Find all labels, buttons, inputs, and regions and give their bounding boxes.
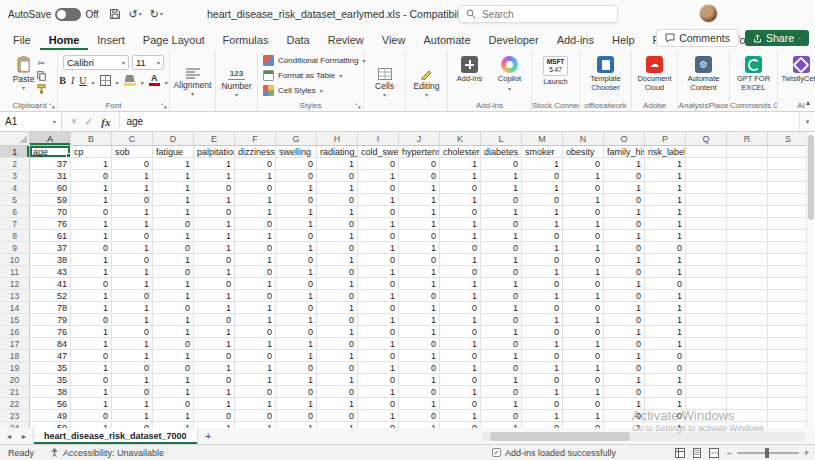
tab-insert[interactable]: Insert xyxy=(88,31,134,50)
cell-L9[interactable]: 0 xyxy=(481,242,522,254)
cell-M22[interactable]: 0 xyxy=(522,398,563,410)
cell-Q12[interactable] xyxy=(686,278,727,290)
cell-I17[interactable]: 1 xyxy=(358,338,399,350)
row-header-11[interactable]: 11 xyxy=(0,266,30,278)
cell-K12[interactable]: 1 xyxy=(440,278,481,290)
cell-K11[interactable]: 0 xyxy=(440,266,481,278)
cell-C13[interactable]: 0 xyxy=(112,290,153,302)
cell-K15[interactable]: 1 xyxy=(440,314,481,326)
cell-G22[interactable]: 1 xyxy=(276,398,317,410)
cell-K14[interactable]: 0 xyxy=(440,302,481,314)
cell-D9[interactable]: 0 xyxy=(153,242,194,254)
cell-E7[interactable]: 1 xyxy=(194,218,235,230)
number-button[interactable]: 123 Number ▾ xyxy=(221,65,251,98)
row-header-15[interactable]: 15 xyxy=(0,314,30,326)
cell-C18[interactable]: 1 xyxy=(112,350,153,362)
cell-C23[interactable]: 1 xyxy=(112,410,153,422)
tab-developer[interactable]: Developer xyxy=(480,31,548,50)
cell-H16[interactable]: 1 xyxy=(317,326,358,338)
cell-S14[interactable] xyxy=(768,302,809,314)
cell-M5[interactable]: 0 xyxy=(522,194,563,206)
accessibility-status[interactable]: Accessibility: Unavailable xyxy=(50,448,164,458)
cell-R3[interactable] xyxy=(727,170,768,182)
tab-add-ins[interactable]: Add-ins xyxy=(548,31,603,50)
cell-I6[interactable]: 0 xyxy=(358,206,399,218)
cell-B23[interactable]: 0 xyxy=(71,410,112,422)
cell-F20[interactable]: 1 xyxy=(235,374,276,386)
cell-L19[interactable]: 0 xyxy=(481,362,522,374)
cell-H14[interactable]: 1 xyxy=(317,302,358,314)
cell-S13[interactable] xyxy=(768,290,809,302)
font-name-select[interactable]: Calibri ▾ xyxy=(63,55,129,70)
cell-L10[interactable]: 1 xyxy=(481,254,522,266)
name-box[interactable]: A1 ▾ xyxy=(0,112,62,131)
cell-N6[interactable]: 0 xyxy=(563,206,604,218)
borders-button[interactable] xyxy=(100,75,111,86)
row-header-14[interactable]: 14 xyxy=(0,302,30,314)
cell-F19[interactable]: 1 xyxy=(235,362,276,374)
cell-O7[interactable]: 0 xyxy=(604,218,645,230)
cell-H6[interactable]: 1 xyxy=(317,206,358,218)
page-break-view-button[interactable] xyxy=(709,448,719,458)
cell-E1[interactable]: palpitation xyxy=(194,146,235,158)
cell-D10[interactable]: 1 xyxy=(153,254,194,266)
share-button[interactable]: Share ▾ xyxy=(745,30,809,46)
cell-F1[interactable]: dizziness xyxy=(235,146,276,158)
column-header-N[interactable]: N xyxy=(563,132,604,145)
cell-L12[interactable]: 1 xyxy=(481,278,522,290)
bold-button[interactable]: B xyxy=(59,75,66,86)
cell-H19[interactable]: 0 xyxy=(317,362,358,374)
cell-M14[interactable]: 0 xyxy=(522,302,563,314)
cell-E21[interactable]: 1 xyxy=(194,386,235,398)
cell-D1[interactable]: fatigue xyxy=(153,146,194,158)
cell-O15[interactable]: 0 xyxy=(604,314,645,326)
cell-B22[interactable]: 1 xyxy=(71,398,112,410)
cell-N7[interactable]: 1 xyxy=(563,218,604,230)
cell-R17[interactable] xyxy=(727,338,768,350)
cell-L22[interactable]: 1 xyxy=(481,398,522,410)
cell-Q6[interactable] xyxy=(686,206,727,218)
cell-N21[interactable]: 1 xyxy=(563,386,604,398)
cell-R12[interactable] xyxy=(727,278,768,290)
cell-J6[interactable]: 1 xyxy=(399,206,440,218)
cell-O6[interactable]: 1 xyxy=(604,206,645,218)
cell-G7[interactable]: 1 xyxy=(276,218,317,230)
cell-I10[interactable]: 0 xyxy=(358,254,399,266)
fill-color-button[interactable] xyxy=(124,75,136,86)
cell-C12[interactable]: 1 xyxy=(112,278,153,290)
cell-I9[interactable]: 1 xyxy=(358,242,399,254)
cell-Q14[interactable] xyxy=(686,302,727,314)
cell-N3[interactable]: 1 xyxy=(563,170,604,182)
cell-A11[interactable]: 43 xyxy=(30,266,71,278)
cell-J7[interactable]: 1 xyxy=(399,218,440,230)
cell-D8[interactable]: 1 xyxy=(153,230,194,242)
cell-B17[interactable]: 1 xyxy=(71,338,112,350)
cell-B1[interactable]: cp xyxy=(71,146,112,158)
cell-R9[interactable] xyxy=(727,242,768,254)
cell-R10[interactable] xyxy=(727,254,768,266)
column-header-I[interactable]: I xyxy=(358,132,399,145)
cell-P5[interactable]: 1 xyxy=(645,194,686,206)
cell-S17[interactable] xyxy=(768,338,809,350)
row-header-22[interactable]: 22 xyxy=(0,398,30,410)
cell-Q11[interactable] xyxy=(686,266,727,278)
cell-M6[interactable]: 1 xyxy=(522,206,563,218)
cell-A20[interactable]: 35 xyxy=(30,374,71,386)
autosave-toggle[interactable] xyxy=(55,8,81,21)
cell-O5[interactable]: 0 xyxy=(604,194,645,206)
cell-O19[interactable]: 0 xyxy=(604,362,645,374)
cell-P1[interactable]: risk_label xyxy=(645,146,686,158)
cell-F3[interactable]: 1 xyxy=(235,170,276,182)
cell-G21[interactable]: 0 xyxy=(276,386,317,398)
cell-S6[interactable] xyxy=(768,206,809,218)
cell-I1[interactable]: cold_sweat xyxy=(358,146,399,158)
cell-O13[interactable]: 0 xyxy=(604,290,645,302)
cell-B13[interactable]: 1 xyxy=(71,290,112,302)
cell-J4[interactable]: 1 xyxy=(399,182,440,194)
cell-O9[interactable]: 0 xyxy=(604,242,645,254)
cell-Q20[interactable] xyxy=(686,374,727,386)
cell-K17[interactable]: 1 xyxy=(440,338,481,350)
cell-S5[interactable] xyxy=(768,194,809,206)
cell-O3[interactable]: 0 xyxy=(604,170,645,182)
cell-G12[interactable]: 0 xyxy=(276,278,317,290)
